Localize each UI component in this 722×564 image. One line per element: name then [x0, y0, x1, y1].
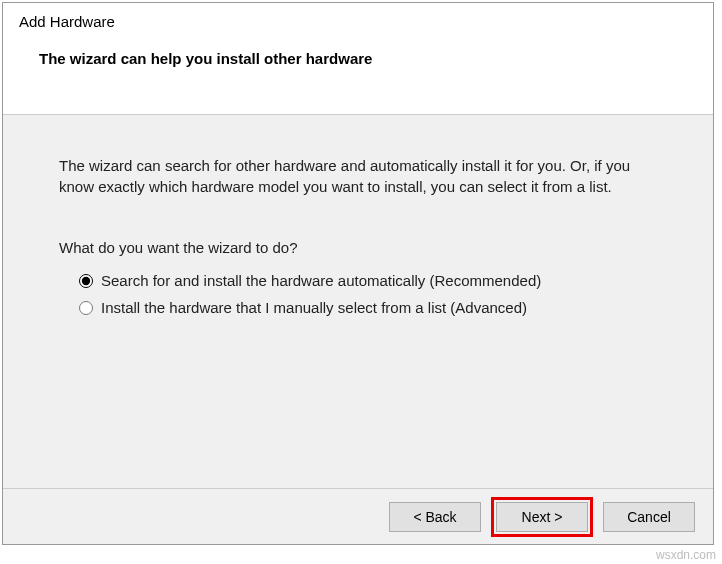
options-group: Search for and install the hardware auto… — [79, 272, 657, 316]
watermark: wsxdn.com — [656, 548, 716, 562]
wizard-window: Add Hardware The wizard can help you ins… — [2, 2, 714, 545]
wizard-body: The wizard can search for other hardware… — [3, 115, 713, 488]
option-auto-label: Search for and install the hardware auto… — [101, 272, 541, 289]
back-button[interactable]: < Back — [389, 502, 481, 532]
cancel-button[interactable]: Cancel — [603, 502, 695, 532]
option-manual-label: Install the hardware that I manually sel… — [101, 299, 527, 316]
option-manual[interactable]: Install the hardware that I manually sel… — [79, 299, 657, 316]
wizard-heading: The wizard can help you install other ha… — [39, 50, 697, 67]
intro-text: The wizard can search for other hardware… — [59, 155, 657, 197]
next-button-highlight: Next > — [491, 497, 593, 537]
option-auto-radio[interactable] — [79, 274, 93, 288]
wizard-header: Add Hardware The wizard can help you ins… — [3, 3, 713, 115]
prompt-text: What do you want the wizard to do? — [59, 239, 657, 256]
wizard-footer: < Back Next > Cancel — [3, 488, 713, 544]
option-auto[interactable]: Search for and install the hardware auto… — [79, 272, 657, 289]
window-title: Add Hardware — [19, 13, 697, 30]
option-manual-radio[interactable] — [79, 301, 93, 315]
next-button[interactable]: Next > — [496, 502, 588, 532]
